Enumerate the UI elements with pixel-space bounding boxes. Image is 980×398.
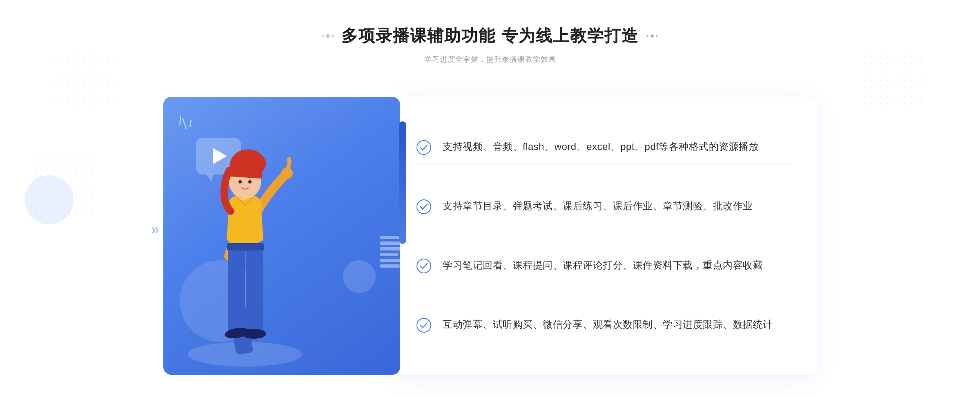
ray-3 bbox=[179, 115, 181, 125]
check-icon-3 bbox=[416, 259, 431, 273]
ray-2 bbox=[189, 119, 192, 127]
svg-rect-7 bbox=[246, 244, 263, 334]
check-icon-4 bbox=[416, 318, 431, 333]
feature-item-1: 支持视频、音频、flash、word、excel、ppt、pdf等各种格式的资源… bbox=[416, 130, 792, 164]
svg-point-4 bbox=[238, 180, 242, 183]
feature-text-2: 支持章节目录、弹题考试、课后练习、课后作业、章节测验、批改作业 bbox=[443, 198, 753, 215]
check-icon-2 bbox=[416, 199, 431, 214]
svg-rect-8 bbox=[227, 243, 264, 250]
svg-point-15 bbox=[417, 318, 431, 332]
svg-point-11 bbox=[242, 329, 266, 339]
illustration-card bbox=[163, 97, 400, 375]
title-decoration-right bbox=[646, 34, 658, 38]
title-decoration-left bbox=[322, 34, 334, 38]
features-panel: 支持视频、音频、flash、word、excel、ppt、pdf等各种格式的资源… bbox=[392, 97, 817, 375]
page-title: 多项录播课辅助功能 专为线上教学打造 bbox=[341, 25, 638, 47]
person-illustration bbox=[180, 130, 310, 375]
svg-point-5 bbox=[248, 180, 252, 183]
sidebar-decorations bbox=[24, 175, 74, 233]
deco-circle-small bbox=[343, 260, 376, 293]
svg-point-14 bbox=[417, 259, 431, 273]
svg-point-12 bbox=[417, 141, 431, 154]
feature-text-4: 互动弹幕、试听购买、微信分享、观看次数限制、学习进度跟踪、数据统计 bbox=[443, 316, 773, 333]
title-row: 多项录播课辅助功能 专为线上教学打造 bbox=[322, 25, 658, 47]
main-content: » 支持视频、音频、flash、word、excel、ppt、pdf等各种格式的… bbox=[163, 85, 817, 375]
feature-text-3: 学习笔记回看、课程提问、课程评论打分、课件资料下载，重点内容收藏 bbox=[443, 257, 763, 274]
stripe-4 bbox=[380, 253, 398, 256]
page-subtitle: 学习进度全掌握，提升录播课教学效果 bbox=[322, 54, 658, 64]
sidebar-circle bbox=[24, 175, 74, 224]
page-header: 多项录播课辅助功能 专为线上教学打造 学习进度全掌握，提升录播课教学效果 bbox=[322, 25, 658, 64]
dot-pattern-top-right bbox=[862, 49, 927, 114]
check-icon-1 bbox=[416, 140, 431, 155]
feature-item-4: 互动弹幕、试听购买、微信分享、观看次数限制、学习进度跟踪、数据统计 bbox=[416, 308, 792, 341]
stripe-6 bbox=[380, 264, 400, 268]
feature-item-2: 支持章节目录、弹题考试、课后练习、课后作业、章节测验、批改作业 bbox=[416, 190, 792, 223]
left-arrows-decoration: » bbox=[151, 221, 156, 238]
accent-bar bbox=[399, 121, 406, 244]
feature-text-1: 支持视频、音频、flash、word、excel、ppt、pdf等各种格式的资源… bbox=[443, 139, 759, 155]
stripe-5 bbox=[380, 259, 404, 262]
stripe-2 bbox=[380, 241, 402, 245]
stripe-3 bbox=[380, 247, 406, 250]
ray-1 bbox=[182, 117, 187, 129]
dot-pattern-top-left bbox=[53, 49, 118, 114]
feature-item-3: 学习笔记回看、课程提问、课程评论打分、课件资料下载，重点内容收藏 bbox=[416, 249, 792, 282]
svg-point-13 bbox=[417, 200, 431, 214]
